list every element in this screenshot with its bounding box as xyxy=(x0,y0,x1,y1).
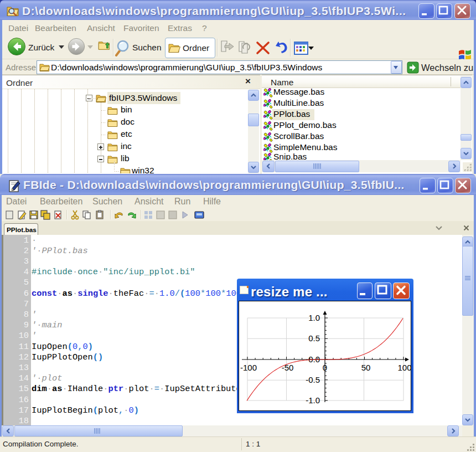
svg-text:0: 0 xyxy=(323,363,327,372)
svg-text:-100: -100 xyxy=(240,363,257,372)
svg-text:-0.5: -0.5 xyxy=(306,375,320,384)
svg-text:1.0: 1.0 xyxy=(308,313,320,322)
svg-text:-0.0: -0.0 xyxy=(306,355,320,364)
svg-text:50: 50 xyxy=(361,363,371,372)
svg-text:0.5: 0.5 xyxy=(308,333,320,343)
svg-text:-1.0: -1.0 xyxy=(306,396,320,405)
svg-text:100: 100 xyxy=(397,363,411,372)
